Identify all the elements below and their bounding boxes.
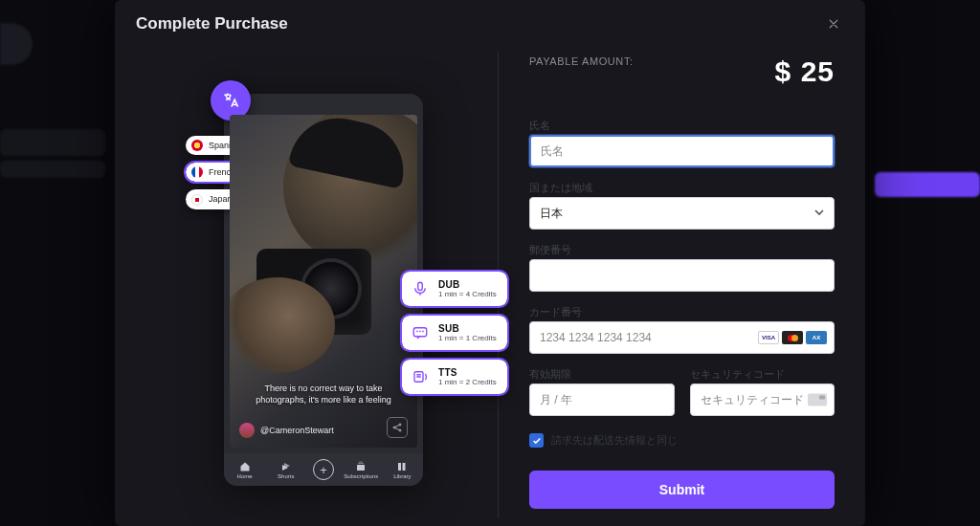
amount-label: PAYABLE AMOUNT: (529, 55, 634, 67)
credit-sub: 1 min = 1 Credits (438, 334, 497, 342)
submit-button[interactable]: Submit (529, 471, 835, 509)
expiry-label: 有効期限 (529, 367, 675, 382)
nav-add-icon: + (313, 459, 334, 480)
postal-label: 郵便番号 (529, 243, 835, 257)
nav-library: Library (388, 461, 416, 479)
same-as-shipping-label: 請求先は配送先情報と同じ (551, 433, 678, 448)
credit-card-tts: TTS 1 min = 2 Credits (402, 360, 507, 394)
username: @CameronStewart (260, 426, 334, 435)
credit-title: TTS (438, 367, 497, 378)
svg-rect-7 (413, 328, 427, 337)
payment-form-pane: PAYABLE AMOUNT: $ 25 氏名 国または地域 (499, 44, 865, 526)
visa-icon: VISA (758, 331, 779, 344)
amount-value: $ 25 (775, 55, 835, 88)
phone-bottom-nav: Home Shorts + Subscriptions Library (224, 453, 423, 486)
mic-icon (410, 278, 431, 299)
modal-header: Complete Purchase (115, 0, 865, 44)
close-icon[interactable] (823, 13, 844, 34)
credit-sub: 1 min = 4 Credits (438, 290, 497, 298)
expiry-input[interactable] (529, 384, 675, 416)
speaker-icon (410, 366, 431, 387)
country-label: 国または地域 (529, 181, 835, 195)
same-as-shipping-row[interactable]: 請求先は配送先情報と同じ (529, 433, 835, 448)
cvc-card-icon (808, 394, 827, 406)
phone-screen: There is no correct way to take photogra… (230, 115, 417, 448)
amex-icon: AX (806, 331, 827, 344)
credit-info-cards: DUB 1 min = 4 Credits SUB 1 min = 1 Cred… (402, 272, 507, 394)
svg-rect-6 (418, 282, 423, 290)
credit-card-dub: DUB 1 min = 4 Credits (402, 272, 507, 306)
credit-card-sub: SUB 1 min = 1 Credits (402, 316, 507, 350)
nav-home: Home (231, 461, 259, 479)
illustration-pane: Spanish (Español) French (français) Japa… (115, 44, 498, 526)
credit-title: SUB (438, 323, 497, 334)
svg-point-1 (399, 424, 401, 426)
cvc-label: セキュリティコード (690, 367, 835, 382)
avatar (239, 423, 255, 438)
payment-form: 氏名 国または地域 郵便番号 (529, 115, 835, 509)
svg-point-2 (399, 429, 401, 431)
postal-input[interactable] (529, 259, 835, 292)
flag-icon (191, 140, 203, 151)
name-input[interactable] (529, 135, 835, 167)
phone-user: @CameronStewart (239, 423, 334, 438)
purchase-modal: Complete Purchase Spanish (Español) (115, 0, 865, 526)
amount-row: PAYABLE AMOUNT: $ 25 (529, 55, 835, 88)
svg-rect-5 (403, 463, 406, 471)
nav-shorts: Shorts (272, 461, 301, 479)
checkbox-checked-icon[interactable] (529, 433, 544, 448)
mastercard-icon (782, 331, 803, 344)
phone-mockup: Spanish (Español) French (français) Japa… (224, 94, 423, 486)
card-label: カード番号 (529, 305, 835, 319)
flag-icon (191, 194, 203, 206)
svg-rect-3 (357, 465, 365, 471)
phone-caption: There is no correct way to take photogra… (239, 383, 408, 405)
flag-icon (191, 166, 203, 178)
chat-icon (410, 322, 431, 343)
svg-rect-4 (398, 463, 401, 471)
svg-point-0 (393, 427, 395, 428)
name-label: 氏名 (529, 119, 835, 133)
modal-title: Complete Purchase (136, 14, 288, 33)
share-icon (387, 417, 408, 438)
credit-sub: 1 min = 2 Credits (438, 378, 497, 386)
credit-title: DUB (438, 279, 497, 290)
nav-subscriptions: Subscriptions (346, 461, 375, 479)
country-select[interactable] (529, 197, 835, 230)
card-brand-icons: VISA AX (758, 331, 827, 344)
